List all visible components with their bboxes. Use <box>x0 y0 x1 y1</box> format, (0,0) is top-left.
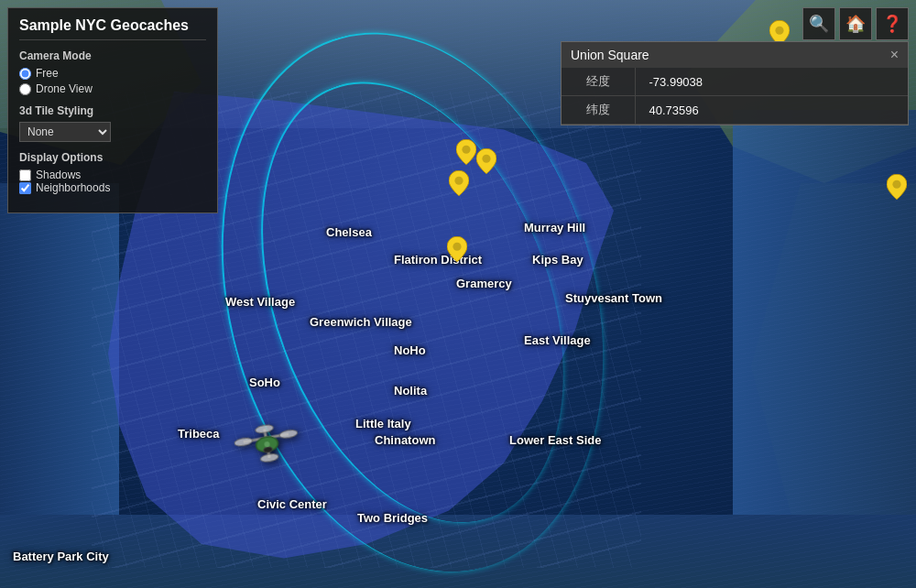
map-pin-pin4[interactable] <box>447 236 467 262</box>
search-icon: 🔍 <box>809 14 829 34</box>
display-options-items: Shadows Neighborhoods <box>19 169 206 194</box>
map-pin-pin2[interactable] <box>476 148 496 174</box>
camera-free-option[interactable]: Free <box>19 67 206 80</box>
tile-styling-label: 3d Tile Styling <box>19 104 206 117</box>
popup-row-label: 纬度 <box>562 96 635 125</box>
popup-header: Union Square × <box>562 42 908 68</box>
neighborhoods-label: Neighborhoods <box>36 181 110 194</box>
help-icon: ❓ <box>882 14 902 34</box>
camera-drone-label: Drone View <box>36 82 93 95</box>
camera-drone-option[interactable]: Drone View <box>19 82 206 95</box>
popup-row-value: -73.99038 <box>635 68 908 96</box>
svg-point-11 <box>260 452 279 463</box>
svg-point-9 <box>278 429 298 439</box>
svg-point-1 <box>482 155 490 163</box>
display-options-label: Display Options <box>19 151 206 164</box>
camera-free-radio[interactable] <box>19 68 31 80</box>
shadows-label: Shadows <box>36 169 81 181</box>
shadows-checkbox[interactable] <box>19 169 31 181</box>
camera-mode-options: Free Drone View <box>19 67 206 95</box>
popup-row: 经度-73.99038 <box>562 68 908 96</box>
search-button[interactable]: 🔍 <box>802 7 835 40</box>
popup-row: 纬度40.73596 <box>562 96 908 125</box>
tile-styling-section: 3d Tile Styling None Standard Satellite <box>19 104 206 142</box>
info-popup: Union Square × 经度-73.99038纬度40.73596 <box>561 41 909 125</box>
camera-drone-radio[interactable] <box>19 83 31 95</box>
neighborhoods-option[interactable]: Neighborhoods <box>19 181 206 194</box>
camera-free-label: Free <box>36 67 59 80</box>
svg-point-5 <box>892 180 900 189</box>
drone-icon <box>232 416 306 487</box>
popup-title: Union Square <box>571 48 649 62</box>
popup-table: 经度-73.99038纬度40.73596 <box>562 68 908 125</box>
popup-row-label: 经度 <box>562 68 635 96</box>
svg-point-8 <box>234 437 253 447</box>
popup-row-value: 40.73596 <box>635 96 908 125</box>
svg-point-0 <box>462 146 470 154</box>
map-pin-pin3[interactable] <box>449 170 469 196</box>
toolbar: 🔍 🏠 ❓ <box>802 7 909 40</box>
svg-point-2 <box>454 177 463 185</box>
svg-point-10 <box>255 424 274 434</box>
neighborhoods-checkbox[interactable] <box>19 182 31 194</box>
svg-point-4 <box>775 27 783 35</box>
camera-mode-section: Camera Mode Free Drone View <box>19 49 206 95</box>
map-pin-pin6[interactable] <box>887 174 907 200</box>
home-button[interactable]: 🏠 <box>839 7 872 40</box>
help-button[interactable]: ❓ <box>876 7 909 40</box>
app-title: Sample NYC Geocaches <box>19 17 206 40</box>
shadows-option[interactable]: Shadows <box>19 169 206 181</box>
popup-close-button[interactable]: × <box>890 48 899 62</box>
map-pin-pin1[interactable] <box>456 139 476 165</box>
map-container[interactable]: Sample NYC Geocaches Camera Mode Free Dr… <box>0 0 916 588</box>
svg-point-3 <box>453 243 461 251</box>
tile-styling-select[interactable]: None Standard Satellite <box>19 122 111 142</box>
control-panel: Sample NYC Geocaches Camera Mode Free Dr… <box>7 7 218 213</box>
home-icon: 🏠 <box>845 14 866 34</box>
display-options-section: Display Options Shadows Neighborhoods <box>19 151 206 194</box>
camera-mode-label: Camera Mode <box>19 49 206 62</box>
